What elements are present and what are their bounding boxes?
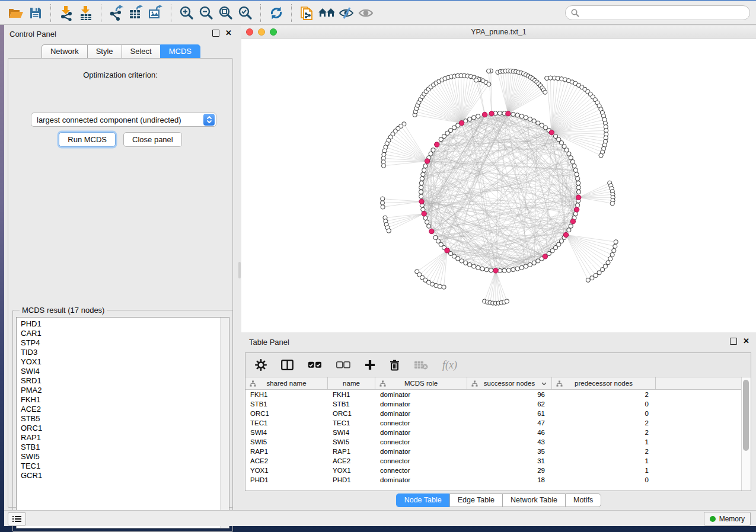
network-node[interactable] — [543, 90, 547, 94]
network-node[interactable] — [540, 123, 544, 127]
network-node[interactable] — [567, 152, 571, 156]
mcds-result-item[interactable]: RAP1 — [21, 433, 229, 443]
network-node[interactable] — [419, 190, 423, 194]
delete-icon[interactable] — [390, 359, 400, 371]
select-all-icon[interactable] — [308, 361, 322, 368]
tab-select[interactable]: Select — [122, 44, 160, 59]
network-node[interactable] — [423, 164, 428, 168]
network-node[interactable] — [553, 134, 557, 138]
window-zoom-icon[interactable] — [270, 28, 277, 36]
mcds-result-item[interactable]: PHD1 — [21, 319, 229, 329]
mcds-result-item[interactable]: FKH1 — [21, 395, 229, 405]
tab-node-table[interactable]: Node Table — [396, 493, 449, 507]
table-scrollbar[interactable] — [741, 377, 751, 491]
add-column-icon[interactable] — [365, 360, 375, 370]
network-node[interactable] — [515, 113, 519, 117]
column-header-MCDS-role[interactable]: MCDS role — [375, 377, 467, 389]
mcds-result-item[interactable]: ORC1 — [21, 424, 229, 433]
close-table-panel-icon[interactable]: ✕ — [743, 338, 749, 344]
network-node[interactable] — [590, 276, 594, 280]
mcds-node[interactable] — [445, 248, 449, 253]
network-node[interactable] — [421, 172, 425, 177]
export-table-icon[interactable] — [126, 4, 146, 23]
network-node[interactable] — [497, 111, 502, 115]
network-node[interactable] — [511, 112, 515, 116]
hide-eye-icon[interactable] — [336, 4, 356, 23]
houses-icon[interactable] — [317, 4, 336, 23]
zoom-in-icon[interactable] — [177, 4, 196, 23]
mcds-result-item[interactable]: SRD1 — [21, 376, 229, 386]
network-node[interactable] — [613, 244, 617, 248]
mcds-node[interactable] — [435, 142, 439, 147]
mcds-result-item[interactable]: STB5 — [21, 414, 229, 424]
network-node[interactable] — [427, 224, 431, 228]
network-node[interactable] — [381, 205, 385, 209]
criterion-dropdown[interactable]: largest connected component (undirected) — [31, 113, 216, 127]
mcds-result-item[interactable]: SWI4 — [21, 367, 229, 376]
network-node[interactable] — [594, 273, 598, 277]
network-node[interactable] — [528, 117, 532, 121]
network-node[interactable] — [532, 261, 536, 265]
network-node[interactable] — [431, 148, 435, 152]
table-row[interactable]: TEC1TEC1connector472 — [245, 418, 742, 428]
mcds-node[interactable] — [543, 254, 547, 259]
mcds-result-item[interactable]: YOX1 — [21, 357, 229, 367]
mcds-node[interactable] — [576, 195, 581, 200]
network-node[interactable] — [420, 177, 424, 181]
network-node[interactable] — [569, 156, 573, 160]
network-node[interactable] — [474, 78, 479, 82]
table-row[interactable]: SWI5SWI5connector431 — [245, 437, 742, 447]
network-node[interactable] — [505, 299, 509, 303]
network-node[interactable] — [586, 278, 590, 282]
mcds-result-item[interactable]: STP4 — [21, 338, 229, 348]
network-node[interactable] — [480, 267, 484, 271]
table-scrollbar-thumb[interactable] — [743, 380, 749, 451]
table-row[interactable]: ACE2ACE2connector311 — [245, 456, 742, 466]
network-node[interactable] — [576, 190, 580, 194]
network-node[interactable] — [570, 160, 575, 164]
network-node[interactable] — [439, 137, 443, 142]
network-node[interactable] — [524, 116, 528, 120]
node-table[interactable]: shared namenameMCDS rolesuccessor nodesp… — [245, 377, 742, 491]
network-node[interactable] — [532, 119, 536, 123]
tab-edge-table[interactable]: Edge Table — [449, 493, 502, 507]
network-node[interactable] — [419, 185, 423, 190]
search-input[interactable] — [583, 8, 744, 18]
float-table-panel-icon[interactable] — [730, 338, 737, 345]
tab-style[interactable]: Style — [87, 44, 122, 59]
mcds-result-item[interactable]: STB1 — [21, 443, 229, 452]
column-header-predecessor-nodes[interactable]: predecessor nodes — [552, 377, 656, 389]
network-node[interactable] — [468, 262, 472, 267]
network-node[interactable] — [442, 285, 446, 289]
network-node[interactable] — [569, 224, 573, 228]
mcds-list-scrollbar[interactable] — [220, 318, 229, 528]
network-node[interactable] — [519, 114, 524, 118]
deselect-all-icon[interactable] — [336, 361, 350, 368]
mcds-node[interactable] — [506, 111, 511, 116]
network-node[interactable] — [576, 185, 580, 190]
document-network-icon[interactable] — [297, 4, 317, 23]
mcds-result-item[interactable]: SWI5 — [21, 452, 229, 462]
mcds-result-item[interactable]: GCR1 — [21, 471, 229, 480]
network-node[interactable] — [515, 267, 519, 271]
mcds-node[interactable] — [563, 232, 568, 237]
save-icon[interactable] — [25, 4, 45, 23]
mcds-node[interactable] — [574, 207, 579, 212]
window-minimize-icon[interactable] — [258, 28, 265, 36]
column-header-successor-nodes[interactable]: successor nodes — [467, 377, 552, 389]
mcds-result-item[interactable]: TID3 — [21, 348, 229, 357]
mcds-result-list[interactable]: PHD1CAR1STP4TID3YOX1SWI4SRD1PMA2FKH1ACE2… — [16, 317, 229, 528]
network-node[interactable] — [519, 265, 524, 270]
mcds-node[interactable] — [570, 219, 575, 224]
network-node[interactable] — [380, 201, 384, 205]
table-row[interactable]: YOX1YOX1connector291 — [245, 466, 742, 475]
network-node[interactable] — [599, 153, 603, 158]
zoom-selected-icon[interactable] — [235, 4, 255, 23]
network-node[interactable] — [528, 262, 532, 267]
network-node[interactable] — [476, 265, 480, 270]
mcds-node[interactable] — [482, 112, 487, 117]
import-table-icon[interactable] — [76, 4, 95, 23]
task-history-button[interactable] — [8, 512, 26, 525]
network-node[interactable] — [610, 252, 614, 257]
network-node[interactable] — [576, 203, 580, 207]
